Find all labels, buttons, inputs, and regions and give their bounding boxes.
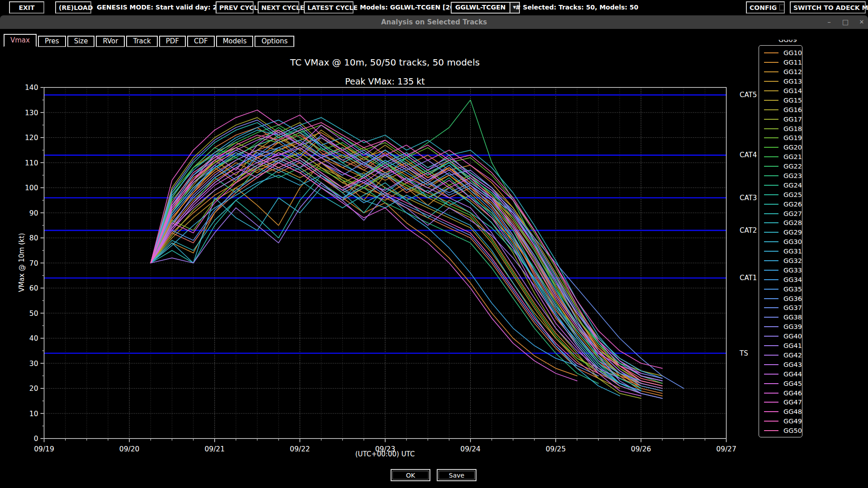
legend: GG10GG11GG12GG13GG14GG15GG16GG17GG18GG19… <box>759 45 802 437</box>
legend-label: GG21 <box>783 153 802 160</box>
legend-swatch <box>764 204 778 205</box>
legend-label: GG31 <box>783 248 802 255</box>
y-tick-label: 30 <box>29 360 38 368</box>
legend-label: GG25 <box>783 191 802 198</box>
y-tick-label: 80 <box>29 234 38 242</box>
category-label-cat1: CAT1 <box>740 274 757 282</box>
legend-swatch <box>764 109 778 110</box>
legend-item-gg32: GG32 <box>764 256 802 266</box>
legend-item-gg18: GG18 <box>764 124 802 133</box>
y-tick-label: 130 <box>25 109 38 117</box>
legend-swatch <box>764 241 778 242</box>
legend-swatch <box>764 90 778 91</box>
category-label-cat2: CAT2 <box>740 226 757 235</box>
legend-swatch <box>764 260 778 261</box>
category-label-cat4: CAT4 <box>740 151 757 159</box>
legend-item-gg25: GG25 <box>764 190 802 199</box>
legend-label: GG46 <box>783 389 802 397</box>
legend-item-gg14: GG14 <box>764 86 802 96</box>
legend-label: GG34 <box>783 276 802 283</box>
legend-label: GG28 <box>783 219 802 226</box>
legend-item-gg30: GG30 <box>764 237 802 247</box>
legend-label: GG19 <box>783 134 802 141</box>
save-button[interactable]: Save <box>437 469 476 481</box>
legend-item-gg50: GG50 <box>764 426 802 436</box>
legend-swatch <box>764 383 778 384</box>
legend-label: GG45 <box>783 380 802 387</box>
legend-swatch <box>764 62 778 63</box>
legend-swatch <box>764 289 778 290</box>
legend-label: GG23 <box>783 172 802 179</box>
legend-item-gg21: GG21 <box>764 152 802 162</box>
legend-label: GG16 <box>783 106 802 113</box>
category-label-cat3: CAT3 <box>740 194 757 202</box>
legend-swatch <box>764 213 778 214</box>
legend-item-gg27: GG27 <box>764 209 802 218</box>
legend-item-gg49: GG49 <box>764 417 802 426</box>
legend-item-gg39: GG39 <box>764 322 802 332</box>
legend-label: GG22 <box>783 163 802 170</box>
legend-swatch <box>764 336 778 337</box>
chart-title: TC VMax @ 10m, 50/50 tracks, 50 models <box>44 57 726 68</box>
y-axis-label: VMax @ 10m (kt) <box>18 213 26 312</box>
legend-swatch <box>764 317 778 318</box>
legend-item-gg47: GG47 <box>764 398 802 407</box>
legend-swatch <box>764 175 778 176</box>
legend-label: GG44 <box>783 371 802 378</box>
legend-swatch <box>764 194 778 195</box>
legend-item-gg44: GG44 <box>764 369 802 379</box>
legend-swatch <box>764 355 778 356</box>
y-tick-label: 60 <box>29 284 38 292</box>
legend-swatch <box>764 52 778 53</box>
legend-swatch <box>764 222 778 223</box>
legend-swatch <box>764 411 778 412</box>
legend-item-gg48: GG48 <box>764 407 802 417</box>
y-tick-label: 70 <box>29 259 38 267</box>
legend-label: GG20 <box>783 144 802 151</box>
legend-item-gg11: GG11 <box>764 58 802 67</box>
legend-label: GG12 <box>783 68 802 75</box>
legend-label: GG39 <box>783 323 802 330</box>
legend-label: GG27 <box>783 210 802 217</box>
y-tick-label: 10 <box>29 410 38 418</box>
y-tick-label: 20 <box>29 385 38 393</box>
legend-swatch <box>764 147 778 148</box>
legend-label: GG10 <box>783 49 802 56</box>
legend-item-gg31: GG31 <box>764 247 802 256</box>
legend-label: GG38 <box>783 314 802 321</box>
legend-label: GG40 <box>783 333 802 340</box>
y-tick-label: 120 <box>25 134 38 142</box>
y-tick-label: 40 <box>29 334 38 343</box>
app-window: EXIT (RE)LOAD GENESIS MODE: Start valid … <box>0 0 868 488</box>
legend-item-gg35: GG35 <box>764 284 802 294</box>
legend-label: GG49 <box>783 418 802 425</box>
legend-swatch <box>764 128 778 129</box>
legend-swatch <box>764 137 778 138</box>
legend-label: GG24 <box>783 182 802 189</box>
legend-item-gg45: GG45 <box>764 379 802 388</box>
legend-label: GG18 <box>783 125 802 132</box>
y-tick-label: 110 <box>25 159 38 167</box>
legend-swatch <box>764 251 778 252</box>
legend-label: GG41 <box>783 342 802 349</box>
legend-item-gg10: GG10 <box>764 48 802 58</box>
legend-item-gg16: GG16 <box>764 105 802 114</box>
legend-item-gg33: GG33 <box>764 265 802 275</box>
legend-item-gg26: GG26 <box>764 199 802 209</box>
legend-label: GG32 <box>783 257 802 264</box>
legend-swatch <box>764 71 778 72</box>
legend-swatch <box>764 393 778 394</box>
legend-item-gg19: GG19 <box>764 133 802 143</box>
series-gg18 <box>151 150 641 371</box>
legend-label: GG17 <box>783 116 802 123</box>
legend-swatch <box>764 374 778 375</box>
legend-item-gg46: GG46 <box>764 388 802 398</box>
legend-swatch <box>764 166 778 167</box>
ok-button[interactable]: OK <box>391 469 430 481</box>
legend-swatch <box>764 326 778 327</box>
legend-item-gg43: GG43 <box>764 360 802 369</box>
legend-item-gg41: GG41 <box>764 341 802 351</box>
legend-swatch <box>764 430 778 431</box>
legend-item-gg22: GG22 <box>764 162 802 171</box>
legend-swatch <box>764 119 778 120</box>
